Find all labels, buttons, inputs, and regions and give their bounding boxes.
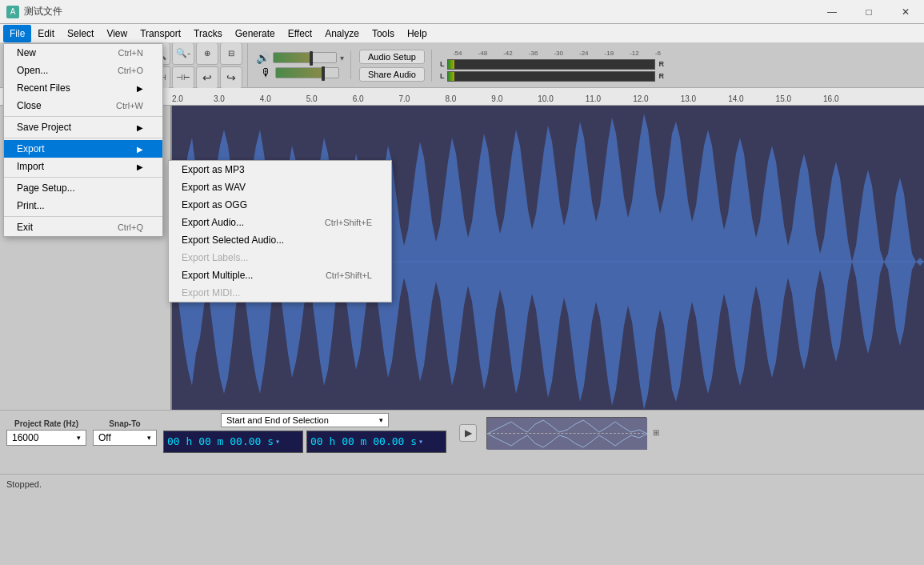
time-end-field[interactable]: 00 h 00 m 00.00 s ▾: [306, 431, 446, 453]
statusbar: Stopped.: [0, 474, 924, 493]
selection-label: Start and End of Selection: [226, 415, 379, 425]
export-audio[interactable]: Export Audio... Ctrl+Shift+E: [169, 214, 391, 231]
mini-play-button[interactable]: ▶: [459, 424, 477, 442]
vu-meter-left: [447, 59, 655, 70]
export-selected-audio[interactable]: Export Selected Audio...: [169, 231, 391, 249]
undo-button[interactable]: ↩: [196, 66, 218, 89]
snap-to-value: Off: [98, 432, 147, 443]
zoom-fit-button[interactable]: ⊟: [220, 42, 242, 65]
zoom-sel-button[interactable]: ⊕: [196, 42, 218, 65]
time-end-arrow[interactable]: ▾: [418, 437, 423, 446]
menu-tools[interactable]: Tools: [366, 25, 401, 42]
mini-transport: ▶ ⊞: [459, 417, 662, 449]
menu-view[interactable]: View: [100, 25, 134, 42]
playhead-line: [489, 433, 644, 434]
export-ogg[interactable]: Export as OGG: [169, 196, 391, 214]
mini-expand-button[interactable]: ⊞: [650, 427, 662, 439]
file-menu: New Ctrl+N Open... Ctrl+O Recent Files ▶…: [3, 43, 163, 237]
mic-icon: 🎙: [261, 66, 272, 79]
menu-import[interactable]: Import ▶: [4, 158, 162, 175]
volume-slider[interactable]: [310, 51, 313, 66]
menu-export[interactable]: Export ▶: [4, 140, 162, 158]
project-rate-value: 16000: [12, 432, 77, 443]
mic-slider[interactable]: [322, 66, 325, 81]
share-audio-button[interactable]: Share Audio: [359, 67, 425, 82]
minimize-button[interactable]: —: [814, 0, 850, 24]
selection-group: Start and End of Selection ▾ 00 h 00 m 0…: [163, 413, 446, 453]
vu-meter-right: [447, 71, 655, 82]
snap-to-label: Snap-To: [109, 419, 140, 428]
mini-waveform-svg: [487, 418, 647, 450]
zoom-out-button[interactable]: 🔍-: [172, 42, 194, 65]
menu-effect[interactable]: Effect: [282, 25, 318, 42]
vu-r-label: R: [658, 60, 664, 68]
status-text: Stopped.: [6, 479, 42, 489]
separator-4: [4, 216, 162, 217]
audio-setup-button[interactable]: Audio Setup: [359, 50, 425, 64]
menu-print[interactable]: Print...: [4, 197, 162, 214]
project-rate-arrow: ▾: [77, 434, 81, 442]
menu-file[interactable]: File: [3, 25, 31, 42]
export-mp3[interactable]: Export as MP3: [169, 161, 391, 178]
save-project-arrow: ▶: [137, 123, 143, 132]
mini-waveform: [486, 417, 646, 449]
time-start-field[interactable]: 00 h 00 m 00.00 s ▾: [163, 431, 303, 453]
titlebar: A 测试文件 — □ ✕: [0, 0, 924, 24]
menu-edit[interactable]: Edit: [31, 25, 61, 42]
silence-button[interactable]: ⊣⊢: [172, 66, 194, 89]
svg-rect-2: [487, 418, 647, 450]
menu-exit[interactable]: Exit Ctrl+Q: [4, 218, 162, 236]
project-rate-group: Project Rate (Hz) 16000 ▾: [6, 419, 86, 446]
recent-files-arrow: ▶: [137, 84, 143, 93]
menu-recent-files[interactable]: Recent Files ▶: [4, 79, 162, 97]
vu-l2-label: L: [440, 72, 445, 80]
menu-new[interactable]: New Ctrl+N: [4, 44, 162, 62]
window-controls: — □ ✕: [814, 0, 924, 24]
export-midi: Export MIDI...: [169, 284, 391, 302]
snap-to-arrow: ▾: [147, 434, 151, 442]
project-rate-select[interactable]: 16000 ▾: [6, 430, 86, 446]
menubar: File Edit Select View Transport Tracks G…: [0, 24, 924, 43]
export-labels: Export Labels...: [169, 249, 391, 266]
vu-r2-label: R: [658, 72, 664, 80]
menu-open[interactable]: Open... Ctrl+O: [4, 62, 162, 79]
window-title: 测试文件: [24, 5, 62, 18]
redo-button[interactable]: ↪: [220, 66, 242, 89]
menu-generate[interactable]: Generate: [229, 25, 282, 42]
snap-to-group: Snap-To Off ▾: [93, 419, 157, 446]
separator-2: [4, 138, 162, 138]
export-wav[interactable]: Export as WAV: [169, 178, 391, 196]
menu-transport[interactable]: Transport: [134, 25, 187, 42]
project-rate-label: Project Rate (Hz): [14, 419, 78, 428]
export-submenu: Export as MP3 Export as WAV Export as OG…: [168, 160, 392, 303]
vu-scale-label: -54: [453, 50, 462, 57]
snap-to-select[interactable]: Off ▾: [93, 430, 157, 446]
menu-page-setup[interactable]: Page Setup...: [4, 179, 162, 197]
time-start-arrow[interactable]: ▾: [275, 437, 280, 446]
menu-close[interactable]: Close Ctrl+W: [4, 97, 162, 114]
selection-type-dropdown[interactable]: Start and End of Selection ▾: [221, 413, 389, 427]
selection-arrow: ▾: [379, 416, 383, 424]
bottom-toolbar: Project Rate (Hz) 16000 ▾ Snap-To Off ▾ …: [0, 410, 924, 455]
app-icon: A: [6, 6, 19, 18]
volume-icon: 🔊: [256, 51, 270, 64]
maximize-button[interactable]: □: [850, 0, 887, 24]
import-arrow: ▶: [137, 162, 143, 171]
menu-help[interactable]: Help: [401, 25, 434, 42]
separator-1: [4, 116, 162, 117]
menu-select[interactable]: Select: [61, 25, 100, 42]
close-button[interactable]: ✕: [887, 0, 924, 24]
vu-l-label: L: [440, 60, 445, 68]
menu-analyze[interactable]: Analyze: [318, 25, 366, 42]
export-arrow: ▶: [137, 145, 143, 154]
export-multiple[interactable]: Export Multiple... Ctrl+Shift+L: [169, 266, 391, 284]
menu-save-project[interactable]: Save Project ▶: [4, 118, 162, 136]
menu-tracks[interactable]: Tracks: [187, 25, 229, 42]
separator-3: [4, 177, 162, 178]
